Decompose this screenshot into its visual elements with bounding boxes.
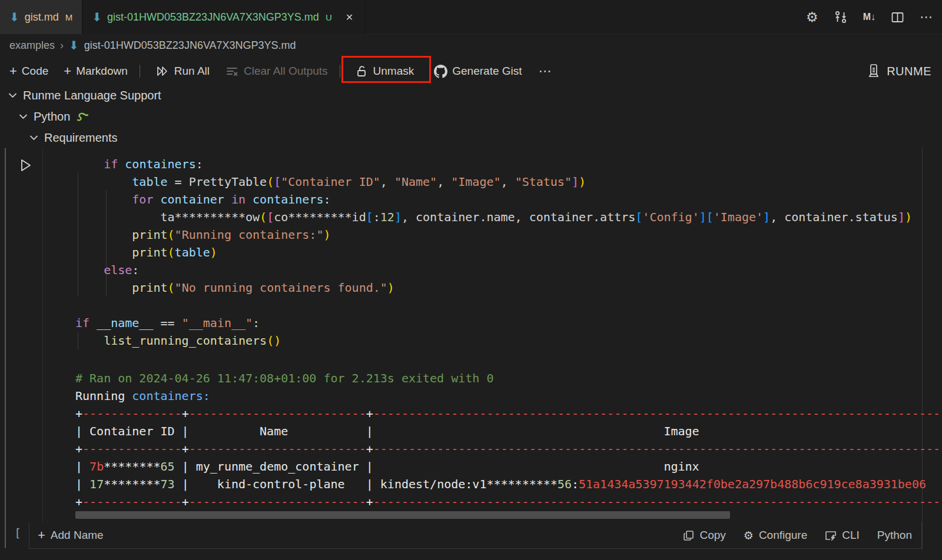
code-line: | Container ID | Name | Image bbox=[75, 422, 942, 440]
section-label: Runme Language Support bbox=[23, 89, 161, 102]
cli-label: CLI bbox=[842, 529, 860, 542]
gear-icon: ⚙ bbox=[744, 529, 754, 542]
generate-gist-button[interactable]: Generate Gist bbox=[428, 61, 528, 82]
run-all-icon bbox=[155, 64, 170, 78]
python-snake-emoji bbox=[76, 111, 89, 122]
tab-gist-01hwd[interactable]: ⬇ gist-01HWD053BZ23JN6VA7X3NGP3YS.md U ✕ bbox=[82, 0, 366, 34]
runme-brand: RUNME bbox=[867, 56, 931, 86]
section-label: Requirements bbox=[44, 131, 118, 145]
cell-focus-indicator bbox=[5, 148, 6, 548]
code-line: | 7b********65 | my_runme_demo_container… bbox=[75, 458, 942, 475]
code-line: # Ran on 2024-04-26 11:47:08+01:00 for 2… bbox=[75, 369, 942, 387]
gear-icon[interactable]: ⚙ bbox=[806, 9, 818, 25]
add-code-cell-button[interactable]: + Code bbox=[4, 60, 54, 82]
markdown-file-icon: ⬇ bbox=[9, 11, 19, 23]
cell-gutter-divider bbox=[42, 147, 43, 522]
git-untracked-badge: U bbox=[326, 12, 332, 22]
plus-icon: + bbox=[64, 64, 71, 79]
runme-brand-label: RUNME bbox=[887, 65, 931, 78]
copy-icon bbox=[683, 530, 694, 541]
code-line: list_running_containers() bbox=[75, 332, 942, 349]
notebook-toolbar: + Code + Markdown Run All Clear All Outp… bbox=[0, 56, 942, 86]
plus-icon: + bbox=[9, 64, 17, 79]
clear-all-outputs-button[interactable]: Clear All Outputs bbox=[219, 61, 334, 82]
run-all-label: Run All bbox=[174, 65, 210, 78]
clear-all-outputs-icon bbox=[225, 64, 239, 78]
toolbar-divider bbox=[340, 65, 340, 78]
code-line: print("Running containers:") bbox=[75, 226, 942, 244]
chevron-down-icon bbox=[29, 135, 38, 141]
tab-label: gist.md bbox=[25, 11, 59, 24]
code-line: print("No running containers found.") bbox=[75, 279, 942, 296]
more-actions-icon[interactable]: ⋯ bbox=[920, 9, 934, 25]
chevron-down-icon bbox=[19, 114, 28, 119]
plus-icon: + bbox=[38, 528, 45, 543]
code-line: +--------------+------------------------… bbox=[75, 493, 942, 511]
code-line: | 17********73 | kind-control-plane | ki… bbox=[75, 475, 942, 493]
unlock-icon bbox=[356, 65, 369, 78]
kernel-selector[interactable]: Python bbox=[877, 529, 912, 542]
clear-all-outputs-label: Clear All Outputs bbox=[244, 65, 328, 78]
compare-changes-icon[interactable] bbox=[834, 10, 848, 24]
editor-actions: ⚙ M↓ ⋯ bbox=[806, 0, 934, 34]
github-icon bbox=[434, 65, 447, 78]
add-name-label: Add Name bbox=[51, 529, 104, 542]
tab-label: gist-01HWD053BZ23JN6VA7X3NGP3YS.md bbox=[107, 11, 319, 24]
copy-label: Copy bbox=[699, 529, 725, 542]
code-line: if containers: bbox=[75, 155, 942, 173]
horizontal-scrollbar[interactable] bbox=[75, 511, 730, 519]
kernel-label: Python bbox=[877, 529, 912, 542]
code-line: ta**********ow([co*********id[:12], cont… bbox=[75, 208, 942, 226]
section-requirements[interactable]: Requirements bbox=[29, 128, 118, 147]
runme-logo-icon bbox=[867, 64, 881, 79]
code-line: +--------------+------------------------… bbox=[75, 405, 942, 422]
markdown-file-icon: ⬇ bbox=[69, 39, 79, 51]
cell-status-bar: + Add Name Copy ⚙ Configure CLI bbox=[29, 522, 922, 549]
add-markdown-cell-button[interactable]: + Markdown bbox=[58, 60, 134, 82]
breadcrumb-separator: › bbox=[60, 39, 64, 52]
code-line: table = PrettyTable(["Container ID", "Na… bbox=[75, 173, 942, 191]
cli-button[interactable]: CLI bbox=[825, 529, 860, 542]
split-editor-icon[interactable] bbox=[891, 11, 904, 24]
run-all-button[interactable]: Run All bbox=[150, 61, 215, 82]
chevron-down-icon bbox=[8, 92, 17, 98]
section-label: Python bbox=[34, 110, 70, 124]
more-cell-actions-icon[interactable]: ⋯ bbox=[533, 60, 559, 82]
add-name-button[interactable]: + Add Name bbox=[38, 528, 104, 543]
copy-button[interactable]: Copy bbox=[683, 529, 725, 542]
section-runme-language-support[interactable]: Runme Language Support bbox=[8, 86, 161, 105]
tab-gist-md[interactable]: ⬇ gist.md M bbox=[0, 0, 82, 34]
section-python[interactable]: Python bbox=[19, 107, 89, 126]
breadcrumb-folder[interactable]: examples bbox=[9, 39, 55, 52]
code-line: for container in containers: bbox=[75, 191, 942, 208]
cli-terminal-icon bbox=[825, 530, 837, 541]
code-line bbox=[75, 349, 942, 367]
code-line: Running containers: bbox=[75, 387, 942, 405]
configure-label: Configure bbox=[759, 529, 807, 542]
generate-gist-label: Generate Gist bbox=[452, 65, 522, 78]
cell-code-editor[interactable]: if containers: table = PrettyTable(["Con… bbox=[75, 155, 942, 367]
unmask-label: Unmask bbox=[373, 65, 414, 78]
editor-tab-bar: ⬇ gist.md M ⬇ gist-01HWD053BZ23JN6VA7X3N… bbox=[0, 0, 942, 34]
markdown-file-icon: ⬇ bbox=[92, 11, 102, 23]
cell-output: # Ran on 2024-04-26 11:47:08+01:00 for 2… bbox=[75, 369, 942, 511]
add-markdown-label: Markdown bbox=[76, 65, 128, 78]
code-line: print(table) bbox=[75, 244, 942, 261]
markdown-preview-icon[interactable]: M↓ bbox=[863, 12, 875, 22]
code-line: else: bbox=[75, 261, 942, 279]
unmask-button[interactable]: Unmask bbox=[350, 61, 420, 81]
code-line bbox=[75, 296, 942, 314]
close-icon[interactable]: ✕ bbox=[343, 11, 356, 24]
toolbar-divider bbox=[140, 65, 140, 78]
code-line: if __name__ == "__main__": bbox=[75, 314, 942, 332]
breadcrumb-file[interactable]: gist-01HWD053BZ23JN6VA7X3NGP3YS.md bbox=[84, 39, 296, 52]
add-code-label: Code bbox=[22, 65, 48, 78]
run-cell-button[interactable] bbox=[16, 156, 34, 174]
git-modified-badge: M bbox=[65, 12, 73, 22]
breadcrumb: examples › ⬇ gist-01HWD053BZ23JN6VA7X3NG… bbox=[0, 34, 942, 56]
code-line: +--------------+------------------------… bbox=[75, 440, 942, 458]
configure-button[interactable]: ⚙ Configure bbox=[744, 529, 807, 542]
